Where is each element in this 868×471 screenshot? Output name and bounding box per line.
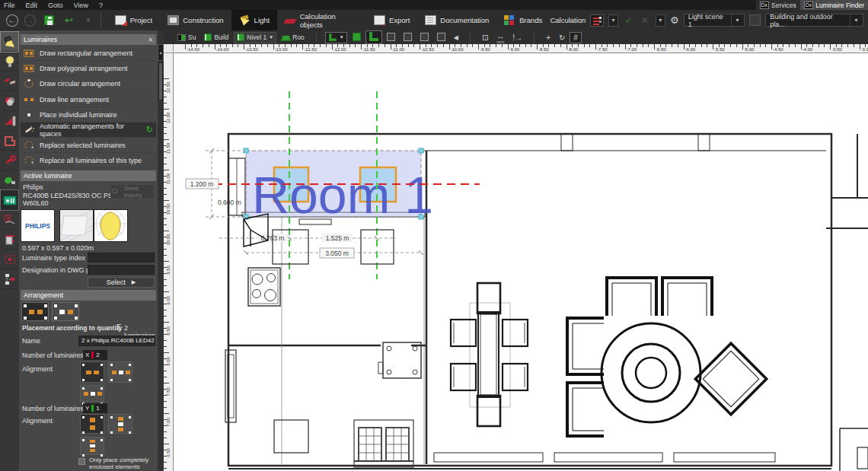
colors-icon[interactable] [1,91,18,111]
documentation-icon [425,15,436,25]
rotate-icon[interactable]: ↻ [556,33,568,42]
energy-icon[interactable] [1,170,18,190]
name-input[interactable]: 2 x Philips RC400B LED42S/830 [78,336,155,346]
luminaire-finder-button[interactable]: Dx Luminaire Finder [800,0,868,10]
menu-view[interactable]: View [74,2,88,9]
enclosed-elements-checkbox[interactable] [78,458,85,465]
tool-draw-line[interactable]: Draw line arrangement [21,92,156,107]
door-icon[interactable] [1,230,18,250]
site-button[interactable]: Su [174,32,199,43]
scrollbar-thumb[interactable] [158,62,163,100]
save-button[interactable] [43,14,56,27]
menu-goto[interactable]: Goto [48,2,63,9]
frame-icon[interactable] [1,250,18,269]
rect-arrangement-icon [24,49,34,58]
menu-bar: File Edit Goto View ? Dx Services Dx Lum… [0,0,868,10]
view-floorplan-button[interactable] [366,31,381,43]
tab-export[interactable]: Export [366,10,417,30]
view-mode-dropdown[interactable]: ▼ [325,32,347,43]
floor-plan: Room 1 1.200 m 0.600 [174,53,868,471]
x-align-center-button[interactable] [108,361,132,383]
calculation-dropdown[interactable]: ▼ [608,14,618,27]
export-icon [374,15,385,25]
photometric-curve-thumbnail[interactable] [94,209,128,242]
tool-draw-polygonal[interactable]: Draw polygonal arrangement [21,61,156,76]
tools-icon[interactable] [1,151,18,170]
building-button[interactable]: Build [201,32,231,43]
text-annotation-icon[interactable]: T [1,210,18,230]
menu-edit[interactable]: Edit [26,2,38,9]
refresh-icon[interactable]: ↻ [146,125,153,135]
tool-replace-all[interactable]: Replace all luminaires of this type [21,153,156,168]
spotlight-icon[interactable] [1,32,18,52]
y-align-middle-button[interactable] [108,414,132,434]
undo-button[interactable]: ↩ [63,14,75,27]
brand-logo-thumbnail[interactable]: PHILIPS [21,209,55,242]
plan-canvas[interactable]: Room 1 1.200 m 0.600 [174,53,868,471]
view-top-button[interactable] [417,33,432,43]
y-align-bottom-button[interactable] [80,437,104,455]
calculation-label: Calculation [550,16,586,24]
x-count-stepper[interactable]: X 2 [83,350,107,360]
view-3d-button[interactable] [349,33,364,43]
y-count-stepper[interactable]: Y 1 [83,403,107,413]
tool-automatic-arrangements[interactable]: Automatic arrangements for spaces ↻ [21,123,156,138]
measure-icon[interactable]: ↔mm [493,32,507,43]
bulb-icon[interactable] [1,52,18,72]
tab-documentation[interactable]: Documentation [417,10,496,30]
view-side-button[interactable] [400,33,415,43]
cancel-dropdown[interactable]: ▼ [656,14,665,27]
view-iso-button[interactable] [434,33,448,43]
collapse-icon[interactable]: ◀ [451,34,461,41]
tool-draw-circular[interactable]: Draw circular arrangement [21,76,156,91]
flowchart-icon[interactable] [1,269,18,289]
room-icon[interactable] [1,131,18,151]
tab-project[interactable]: Project [107,10,161,30]
light-scene-select[interactable]: Light scene 1 ▼ [684,14,745,27]
tool-place-individual[interactable]: Place individual luminaire [21,107,156,123]
type-index-input[interactable] [88,253,155,263]
control-panel-icon[interactable] [1,190,18,210]
panel-header-arrangement[interactable]: Arrangement [21,290,156,301]
grid-toggle-icon[interactable]: # [570,33,581,43]
y-align-top-button[interactable] [80,414,104,434]
scroll-up-icon[interactable]: ▲ [158,44,164,61]
tool-replace-selected[interactable]: Replace selected luminaires [21,138,156,153]
dwg-input[interactable] [88,265,155,275]
view-front-button[interactable] [384,33,398,43]
tool-draw-rectangular[interactable]: Draw rectangular arrangement [21,46,156,61]
services-button[interactable]: Dx Services [756,0,800,10]
room-button[interactable]: Roo [279,32,308,43]
menu-help[interactable]: ? [99,2,103,9]
select-button[interactable]: Select ▶ [88,277,155,288]
x-align-right-button[interactable] [80,385,104,402]
arrangement-mode-quantity-button[interactable] [21,302,49,321]
calculation-mode-icon[interactable] [590,14,603,27]
menu-file[interactable]: File [4,2,15,9]
panel-header-active-luminaire[interactable]: Active luminaire [21,170,156,181]
building-mode-select[interactable]: Building and outdoor pla... ▼ [765,14,863,27]
tab-light[interactable]: Light [231,10,278,30]
luminaire-photo-thumbnail[interactable] [59,209,94,242]
pan-icon[interactable]: + [543,33,554,42]
zoom-fit-icon[interactable]: ⊡ [479,33,491,42]
panel-header-luminaires[interactable]: Luminaires ✕ [21,34,156,45]
level-select[interactable]: Nivel 1 ▼ [234,32,276,43]
tab-construction[interactable]: Construction [160,10,231,30]
x-align-left-button[interactable] [80,361,104,383]
back-button[interactable]: ← [6,14,18,27]
coordinate-entry-icon[interactable]: !→ [509,33,525,42]
lamp-parts-icon[interactable] [1,72,18,91]
placement-label: Placement according to quantity [22,324,122,332]
panel-scrollbar[interactable]: ▲ [158,30,164,471]
svg-text:1.200 m: 1.200 m [190,180,214,188]
view-toolbar: Su Build Nivel 1 ▼ Roo ▼ ◀ ⊡ ↔mm !→ + ↻ … [164,30,868,44]
tab-calculation-objects[interactable]: Calculation objects [277,10,366,30]
wall-washer-icon[interactable] [1,111,18,131]
close-icon[interactable]: ✕ [148,37,153,43]
site-icon [177,34,186,41]
single-luminaire-icon [24,110,34,119]
tab-brands[interactable]: Brands [496,10,550,30]
settings-gear-icon[interactable]: ⚙ [670,14,679,26]
arrangement-mode-spacing-button[interactable] [52,302,79,321]
